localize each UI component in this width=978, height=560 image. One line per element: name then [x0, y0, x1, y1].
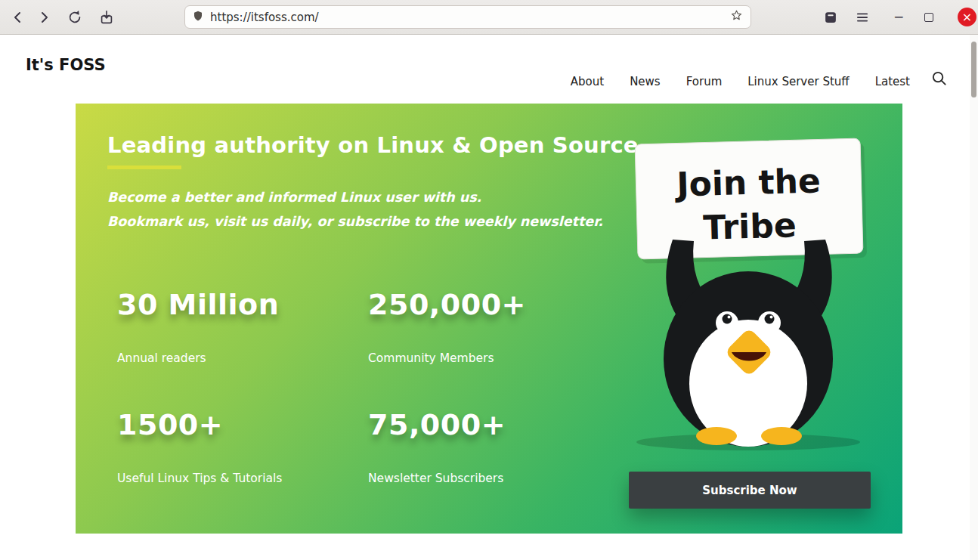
- save-page-icon: [98, 9, 115, 26]
- page-scrollbar[interactable]: [970, 35, 978, 560]
- forward-button[interactable]: [31, 5, 57, 30]
- stat-tips-tutorials: 1500+ Useful Linux Tips & Tutorials: [117, 407, 368, 485]
- reload-icon: [67, 9, 83, 26]
- restore-button[interactable]: [916, 5, 942, 30]
- search-button[interactable]: [930, 70, 948, 90]
- tagline-line-2: Bookmark us, visit us daily, or subscrib…: [107, 209, 603, 234]
- main-nav: About News Forum Linux Server Stuff Late…: [571, 75, 910, 88]
- tagline-line-1: Become a better and informed Linux user …: [107, 185, 603, 209]
- nav-item-linux-server-stuff[interactable]: Linux Server Stuff: [747, 75, 849, 88]
- bookmark-star-icon[interactable]: [729, 8, 744, 26]
- hero-title: Leading authority on Linux & Open Source: [107, 132, 639, 158]
- tribe-sign: Join the Tribe: [635, 138, 867, 264]
- stat-annual-readers: 30 Million Annual readers: [117, 286, 368, 365]
- url-bar[interactable]: https://itsfoss.com/: [184, 5, 751, 29]
- minimize-button[interactable]: −: [886, 5, 911, 30]
- stat-value: 30 Million: [117, 286, 368, 323]
- nav-item-about[interactable]: About: [571, 75, 604, 88]
- site-header: It's FOSS About News Forum Linux Server …: [0, 35, 978, 104]
- hamburger-icon: [855, 10, 870, 25]
- minimize-icon: −: [893, 11, 904, 23]
- stats-grid: 30 Million Annual readers 250,000+ Commu…: [117, 286, 619, 485]
- nav-item-forum[interactable]: Forum: [686, 75, 723, 88]
- hero-section: Leading authority on Linux & Open Source…: [76, 104, 902, 534]
- tab-overview-button[interactable]: [818, 5, 843, 30]
- chevron-right-icon: [36, 10, 51, 25]
- penguin-illustration: Join the Tribe: [627, 134, 871, 451]
- sign-text-line-1: Join the: [674, 161, 822, 203]
- close-button[interactable]: ×: [958, 8, 976, 26]
- nav-item-latest[interactable]: Latest: [875, 75, 910, 88]
- site-logo[interactable]: It's FOSS: [26, 56, 106, 74]
- stat-label: Community Members: [368, 351, 619, 365]
- url-text: https://itsfoss.com/: [210, 11, 729, 24]
- penguin-join-tribe-image: Join the Tribe: [627, 134, 871, 451]
- stat-label: Newsletter Subscribers: [368, 472, 619, 485]
- search-icon: [930, 70, 948, 87]
- save-page-button[interactable]: [94, 5, 119, 30]
- hero-title-underline: [107, 166, 181, 169]
- back-button[interactable]: [5, 5, 31, 30]
- main-menu-button[interactable]: [850, 5, 875, 30]
- restore-icon: [924, 13, 933, 22]
- browser-toolbar: https://itsfoss.com/ − ×: [0, 0, 978, 35]
- stat-community-members: 250,000+ Community Members: [368, 286, 619, 365]
- page-viewport: It's FOSS About News Forum Linux Server …: [0, 35, 978, 560]
- stat-value: 75,000+: [368, 407, 619, 443]
- tab-overview-icon: [822, 9, 839, 26]
- stat-value: 1500+: [117, 407, 368, 443]
- stat-label: Useful Linux Tips & Tutorials: [117, 472, 368, 485]
- stat-value: 250,000+: [368, 286, 619, 323]
- reload-button[interactable]: [62, 5, 88, 30]
- close-icon: ×: [962, 11, 972, 23]
- stat-label: Annual readers: [117, 351, 368, 365]
- scrollbar-thumb[interactable]: [971, 42, 976, 97]
- hero-tagline: Become a better and informed Linux user …: [107, 185, 603, 234]
- nav-item-news[interactable]: News: [630, 75, 661, 88]
- chevron-left-icon: [11, 10, 26, 25]
- security-shield-icon: [192, 10, 204, 25]
- sign-text-line-2: Tribe: [703, 206, 797, 246]
- subscribe-now-button[interactable]: Subscribe Now: [629, 472, 871, 509]
- stat-newsletter-subscribers: 75,000+ Newsletter Subscribers: [368, 407, 619, 485]
